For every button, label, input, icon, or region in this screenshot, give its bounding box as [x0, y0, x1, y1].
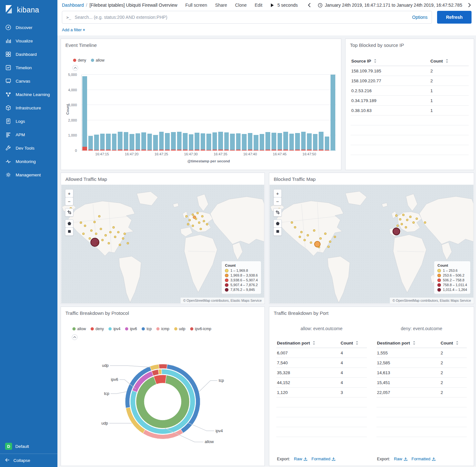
- sidebar-item-apm[interactable]: APM: [0, 128, 57, 141]
- zoom-out-button[interactable]: −: [65, 197, 73, 205]
- timeline-bar[interactable]: [194, 75, 200, 151]
- timeline-bar[interactable]: [147, 75, 153, 151]
- timeline-bar[interactable]: [82, 75, 88, 151]
- timeline-bar[interactable]: [135, 75, 141, 151]
- export-formatted-link[interactable]: Formatted: [412, 456, 436, 461]
- map-bubble[interactable]: [186, 215, 188, 217]
- legend-item-deny[interactable]: deny: [91, 327, 104, 331]
- map-bubble[interactable]: [200, 228, 202, 230]
- map-bubble[interactable]: [206, 223, 208, 225]
- table-row[interactable]: 7,5404: [276, 358, 367, 368]
- table-row[interactable]: 22,0572: [376, 388, 467, 397]
- map-bubble[interactable]: [192, 214, 194, 216]
- timeline-bar[interactable]: [129, 75, 135, 151]
- timeline-bar[interactable]: [324, 75, 330, 151]
- timeline-bar[interactable]: [170, 75, 176, 151]
- legend-item-allow[interactable]: allow: [72, 327, 86, 331]
- map-bubble[interactable]: [101, 239, 103, 241]
- map-bubble[interactable]: [294, 226, 296, 228]
- legend-item-ipv4[interactable]: ipv4: [108, 327, 120, 331]
- timeline-bar[interactable]: [229, 75, 235, 151]
- timeline-bar[interactable]: [289, 75, 295, 151]
- column-header[interactable]: Count: [430, 59, 468, 63]
- time-back-button[interactable]: [308, 3, 311, 7]
- map-bubble[interactable]: [424, 222, 426, 224]
- sidebar-item-logs[interactable]: Logs: [0, 115, 57, 128]
- timeline-bar[interactable]: [182, 75, 188, 151]
- table-row[interactable]: 1,5552: [376, 348, 467, 358]
- menu-clone[interactable]: Clone: [235, 3, 247, 8]
- timeline-bar[interactable]: [100, 75, 106, 151]
- breadcrumb[interactable]: Dashboard: [62, 3, 84, 8]
- map-bubble[interactable]: [109, 231, 111, 233]
- map-bubble[interactable]: [124, 233, 126, 235]
- map-bubble[interactable]: [84, 225, 86, 227]
- timeline-bar[interactable]: [218, 75, 224, 151]
- map-bubble[interactable]: [93, 221, 95, 223]
- space-switcher[interactable]: D Default: [0, 439, 57, 454]
- sidebar-item-dev-tools[interactable]: Dev Tools: [0, 141, 57, 155]
- map-bubble[interactable]: [291, 222, 293, 224]
- refresh-interval[interactable]: 5 seconds: [277, 3, 298, 8]
- map-bubble[interactable]: [315, 241, 320, 247]
- timeline-bar[interactable]: [259, 75, 265, 151]
- map-bubble[interactable]: [416, 218, 418, 220]
- map-bubble[interactable]: [402, 214, 404, 216]
- legend-collapse-icon[interactable]: [72, 65, 78, 71]
- column-header[interactable]: Source IP: [351, 59, 430, 63]
- rectangle-tool-button[interactable]: [65, 227, 73, 236]
- legend-item-udp[interactable]: udp: [174, 327, 185, 331]
- map-bubble[interactable]: [187, 223, 189, 225]
- map-bubble[interactable]: [108, 242, 110, 244]
- sidebar-item-machine-learning[interactable]: Machine Learning: [0, 88, 57, 101]
- timeline-bar[interactable]: [247, 75, 253, 151]
- legend-item-deny[interactable]: deny: [73, 58, 86, 63]
- timeline-bar[interactable]: [253, 75, 259, 151]
- timeline-bar[interactable]: [277, 75, 283, 151]
- map-bubble[interactable]: [91, 238, 99, 247]
- rectangle-tool-button[interactable]: [273, 227, 282, 236]
- table-row[interactable]: 6,0074: [276, 348, 367, 358]
- map-bubble[interactable]: [413, 222, 414, 224]
- map-bubble[interactable]: [113, 226, 115, 228]
- sidebar-item-infrastructure[interactable]: Infrastructure: [0, 101, 57, 115]
- timeline-bar[interactable]: [224, 75, 230, 151]
- sidebar-item-monitoring[interactable]: Monitoring: [0, 155, 57, 168]
- timeline-bar[interactable]: [283, 75, 289, 151]
- timeline-bar[interactable]: [212, 75, 218, 151]
- menu-share[interactable]: Share: [215, 3, 227, 8]
- timeline-bar[interactable]: [159, 75, 165, 151]
- polygon-tool-button[interactable]: [273, 219, 282, 228]
- timeline-bar[interactable]: [105, 75, 111, 151]
- map-bubble[interactable]: [203, 220, 205, 222]
- refresh-button[interactable]: Refresh: [437, 11, 472, 24]
- play-button[interactable]: [271, 3, 274, 7]
- timeline-bar[interactable]: [141, 75, 147, 151]
- sunburst-segment-udp[interactable]: [158, 369, 162, 374]
- timeline-bar[interactable]: [117, 75, 123, 151]
- sunburst-segment-ipv6-icmp[interactable]: [159, 364, 167, 369]
- map-bubble[interactable]: [328, 246, 330, 248]
- map-bubble[interactable]: [304, 239, 306, 241]
- table-row[interactable]: 0.34.179.1891: [351, 96, 469, 106]
- legend-item-ipv6-icmp[interactable]: ipv6-icmp: [190, 327, 211, 331]
- map-bubble[interactable]: [395, 215, 397, 217]
- time-forward-button[interactable]: [468, 3, 471, 7]
- timeline-bar[interactable]: [176, 75, 182, 151]
- map-bubble[interactable]: [192, 225, 194, 227]
- column-header[interactable]: Destination port: [377, 341, 441, 345]
- map-bubble[interactable]: [299, 236, 301, 238]
- map-bubble[interactable]: [105, 234, 107, 236]
- timeline-bar[interactable]: [200, 75, 206, 151]
- menu-full-screen[interactable]: Full screen: [185, 3, 207, 8]
- map-bubble[interactable]: [80, 222, 82, 224]
- timeline-bar[interactable]: [235, 75, 242, 151]
- map-bubble[interactable]: [122, 238, 124, 240]
- sidebar-item-management[interactable]: Management: [0, 168, 57, 182]
- map-bubble[interactable]: [307, 234, 309, 236]
- timeline-bar[interactable]: [164, 75, 170, 151]
- sidebar-item-visualize[interactable]: Visualize: [0, 34, 57, 48]
- map-bubble[interactable]: [301, 231, 302, 233]
- table-row[interactable]: 0.2.53.2161: [351, 86, 469, 96]
- map-bubble[interactable]: [197, 212, 198, 214]
